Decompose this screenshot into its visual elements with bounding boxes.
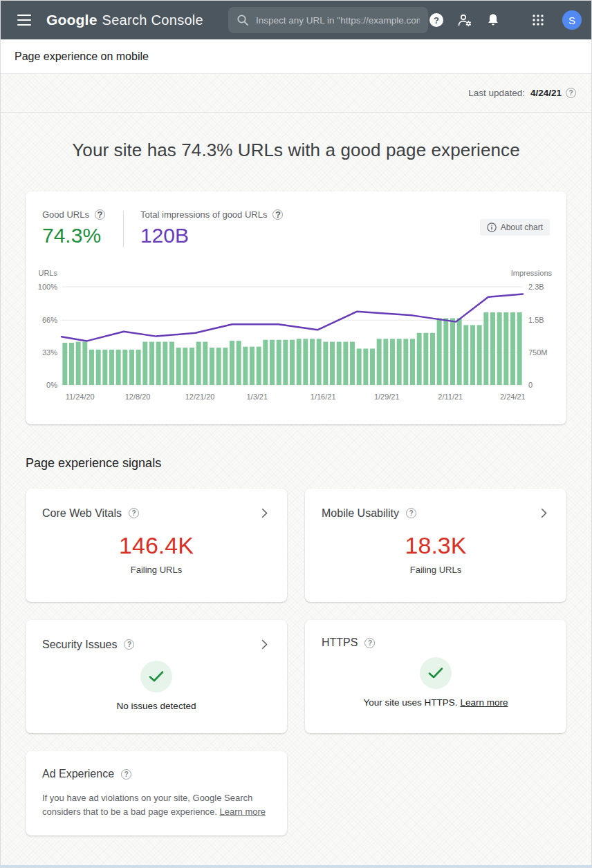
- about-chart-button[interactable]: About chart: [480, 219, 550, 236]
- svg-text:1/16/21: 1/16/21: [311, 393, 336, 401]
- content-area: Last updated: 4/24/21 ? Your site has 74…: [1, 74, 591, 866]
- url-inspection-searchbox[interactable]: [228, 7, 428, 33]
- svg-text:750M: 750M: [528, 348, 548, 357]
- help-button[interactable]: ?: [428, 12, 445, 28]
- hamburger-icon: [17, 15, 31, 26]
- core-web-vitals-open-button[interactable]: [259, 505, 270, 521]
- svg-text:12/8/20: 12/8/20: [125, 393, 151, 401]
- mobile-usability-card[interactable]: Mobile Usability ? 18.3K Failing URLs: [305, 489, 566, 602]
- svg-text:1/29/21: 1/29/21: [374, 393, 400, 401]
- svg-text:Impressions: Impressions: [511, 269, 553, 277]
- user-settings-icon: [457, 13, 472, 27]
- core-web-vitals-caption: Failing URLs: [42, 565, 270, 575]
- mobile-usability-open-button[interactable]: [538, 505, 550, 521]
- svg-text:URLs: URLs: [38, 269, 57, 277]
- https-status: Your site uses HTTPS.: [364, 697, 458, 708]
- last-updated-help-icon[interactable]: ?: [566, 88, 576, 98]
- svg-text:0%: 0%: [46, 381, 57, 389]
- svg-text:1.5B: 1.5B: [528, 316, 544, 324]
- apps-grid-button[interactable]: [530, 12, 546, 28]
- https-card: HTTPS ? Your site uses HTTPS. Learn more: [305, 620, 566, 733]
- svg-text:2.3B: 2.3B: [528, 283, 544, 291]
- security-issues-open-button[interactable]: [259, 636, 270, 652]
- security-issues-status: No issues detected: [42, 701, 270, 711]
- signal-cards-grid: Core Web Vitals ? 146.4K Failing URLs Mo…: [26, 489, 566, 836]
- chevron-right-icon: [261, 639, 268, 650]
- menu-icon[interactable]: [13, 10, 35, 30]
- bottom-edge-strip: [1, 865, 591, 867]
- https-learn-more-link[interactable]: Learn more: [460, 697, 508, 708]
- impressions-value: 120B: [140, 224, 284, 247]
- apps-grid-icon: [532, 14, 544, 26]
- info-icon: [487, 223, 497, 232]
- notifications-button[interactable]: [485, 12, 501, 28]
- impressions-help-icon[interactable]: ?: [272, 209, 283, 220]
- success-check-icon: [420, 657, 452, 689]
- app-logo[interactable]: Google Search Console: [46, 12, 203, 28]
- search-icon: [237, 14, 249, 26]
- mobile-usability-title: Mobile Usability: [322, 507, 399, 520]
- logo-product: Search Console: [102, 12, 204, 28]
- svg-text:2/11/21: 2/11/21: [438, 393, 463, 401]
- app-header: Google Search Console ?: [1, 1, 591, 39]
- core-web-vitals-help-icon[interactable]: ?: [129, 508, 139, 518]
- logo-google: Google: [46, 12, 98, 28]
- security-issues-card[interactable]: Security Issues ? No issues d: [26, 620, 287, 733]
- good-urls-help-icon[interactable]: ?: [95, 209, 105, 220]
- core-web-vitals-failing-count: 146.4K: [42, 532, 270, 559]
- svg-text:100%: 100%: [38, 283, 57, 291]
- svg-text:66%: 66%: [42, 316, 57, 324]
- page-title: Page experience on mobile: [15, 50, 149, 63]
- svg-text:12/21/20: 12/21/20: [185, 393, 215, 401]
- signals-heading: Page experience signals: [26, 456, 566, 471]
- ad-experience-learn-more-link[interactable]: Learn more: [220, 806, 266, 817]
- impressions-summary: Total impressions of good URLs ? 120B: [140, 209, 284, 247]
- hero-title: Your site has 74.3% URLs with a good pag…: [1, 140, 591, 161]
- page-experience-chart[interactable]: 100%2.3B66%1.5B33%750M0%0URLsImpressions…: [26, 260, 566, 417]
- svg-text:2/24/21: 2/24/21: [500, 393, 526, 401]
- https-help-icon[interactable]: ?: [364, 638, 375, 648]
- ad-experience-card: Ad Experience ? If you have ad violation…: [26, 751, 287, 836]
- mobile-usability-help-icon[interactable]: ?: [406, 508, 416, 518]
- url-inspection-input[interactable]: [256, 15, 420, 26]
- good-urls-label: Good URLs: [42, 209, 89, 220]
- bell-icon: [487, 13, 499, 27]
- about-chart-label: About chart: [501, 223, 543, 232]
- search-console-page: Google Search Console ?: [0, 0, 592, 868]
- account-avatar[interactable]: S: [562, 10, 582, 30]
- chevron-right-icon: [541, 508, 547, 518]
- last-updated-label: Last updated:: [468, 88, 525, 98]
- help-icon: ?: [429, 13, 443, 27]
- breadcrumb: Page experience on mobile: [1, 39, 591, 74]
- security-issues-title: Security Issues: [42, 639, 117, 651]
- last-updated-value: 4/24/21: [530, 88, 562, 98]
- core-web-vitals-card[interactable]: Core Web Vitals ? 146.4K Failing URLs: [26, 489, 287, 602]
- page-experience-chart-card: Good URLs ? 74.3% Total impressions of g…: [26, 191, 566, 424]
- impressions-label: Total impressions of good URLs: [140, 209, 268, 220]
- good-urls-summary: Good URLs ? 74.3%: [42, 209, 105, 247]
- svg-text:1/3/21: 1/3/21: [247, 393, 268, 401]
- success-check-icon: [140, 661, 172, 692]
- good-urls-value: 74.3%: [42, 224, 105, 247]
- ad-experience-title: Ad Experience: [42, 768, 114, 780]
- last-updated-row: Last updated: 4/24/21 ?: [1, 74, 591, 113]
- core-web-vitals-title: Core Web Vitals: [42, 507, 122, 520]
- user-settings-button[interactable]: [456, 12, 473, 28]
- https-title: HTTPS: [322, 636, 358, 649]
- svg-text:11/24/20: 11/24/20: [66, 393, 95, 401]
- topbar-actions: ?: [428, 10, 582, 30]
- mobile-usability-failing-count: 18.3K: [322, 532, 550, 559]
- security-issues-help-icon[interactable]: ?: [124, 639, 134, 650]
- svg-text:0: 0: [528, 381, 533, 389]
- ad-experience-help-icon[interactable]: ?: [121, 769, 131, 780]
- svg-text:33%: 33%: [42, 348, 57, 357]
- summary-divider: [123, 211, 124, 247]
- chevron-right-icon: [261, 508, 268, 518]
- mobile-usability-caption: Failing URLs: [322, 565, 550, 575]
